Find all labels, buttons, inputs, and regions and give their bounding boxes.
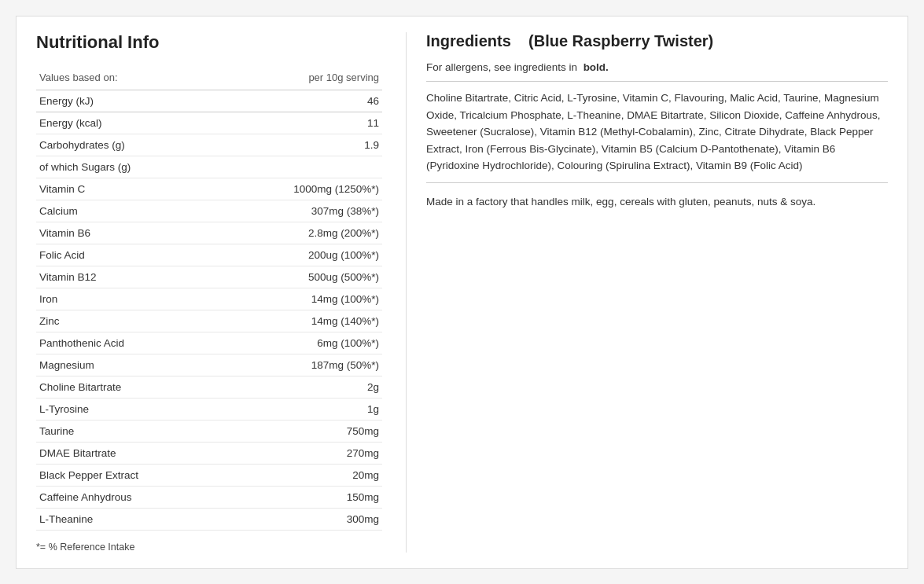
table-row: Energy (kJ)46 (36, 90, 382, 112)
row-label: Energy (kJ) (36, 90, 221, 112)
table-row: L-Theanine300mg (36, 509, 382, 531)
table-row: Zinc14mg (140%*) (36, 310, 382, 332)
ingredients-panel: Ingredients (Blue Raspberry Twister) For… (406, 32, 888, 553)
table-row: Carbohydrates (g)1.9 (36, 134, 382, 156)
row-value: 2g (221, 376, 382, 399)
row-label: Carbohydrates (g) (36, 134, 221, 156)
row-value: 1000mg (1250%*) (221, 178, 382, 200)
row-value: 150mg (221, 487, 382, 509)
table-row: Choline Bitartrate2g (36, 376, 382, 399)
row-value: 14mg (100%*) (221, 288, 382, 310)
factory-note: Made in a factory that handles milk, egg… (426, 194, 888, 210)
row-label: Panthothenic Acid (36, 332, 221, 354)
row-value: 1.9 (221, 134, 382, 156)
row-value: 200ug (100%*) (221, 244, 382, 266)
table-row: Calcium307mg (38%*) (36, 200, 382, 222)
row-label: Calcium (36, 200, 221, 222)
footnote: *= % Reference Intake (36, 542, 382, 553)
allergen-bold: bold. (583, 61, 609, 73)
row-label: Zinc (36, 310, 221, 332)
row-label: Caffeine Anhydrous (36, 487, 221, 509)
nutrition-header-row: Values based on: per 10g serving (36, 67, 382, 90)
row-label: Vitamin B12 (36, 266, 221, 288)
table-row: L-Tyrosine1g (36, 399, 382, 421)
table-row: of which Sugars (g) (36, 156, 382, 178)
table-row: Magnesium187mg (50%*) (36, 354, 382, 376)
row-value: 11 (221, 112, 382, 134)
allergen-note: For allergens, see ingredients in bold. (426, 61, 888, 73)
table-row: Folic Acid200ug (100%*) (36, 244, 382, 266)
table-row: Panthothenic Acid6mg (100%*) (36, 332, 382, 354)
table-row: Black Pepper Extract20mg (36, 465, 382, 487)
ingredients-title: Ingredients (Blue Raspberry Twister) (426, 32, 888, 50)
values-based-label: Values based on: (36, 67, 221, 90)
nutritional-title: Nutritional Info (36, 32, 382, 53)
serving-label: per 10g serving (221, 67, 382, 90)
table-row: Vitamin B62.8mg (200%*) (36, 222, 382, 244)
table-row: Vitamin C1000mg (1250%*) (36, 178, 382, 200)
row-value: 750mg (221, 421, 382, 443)
table-row: Energy (kcal)11 (36, 112, 382, 134)
row-label: L-Theanine (36, 509, 221, 531)
row-value: 6mg (100%*) (221, 332, 382, 354)
row-label: L-Tyrosine (36, 399, 221, 421)
row-label: Vitamin C (36, 178, 221, 200)
row-label: Taurine (36, 421, 221, 443)
ingredients-text: Choline Bitartrate, Citric Acid, L-Tyros… (426, 81, 888, 183)
row-value: 300mg (221, 509, 382, 531)
row-value: 500ug (500%*) (221, 266, 382, 288)
row-value: 270mg (221, 443, 382, 465)
row-label: Energy (kcal) (36, 112, 221, 134)
row-value: 307mg (38%*) (221, 200, 382, 222)
nutritional-panel: Nutritional Info Values based on: per 10… (36, 32, 382, 553)
row-value: 46 (221, 90, 382, 112)
row-label: Iron (36, 288, 221, 310)
row-label: Magnesium (36, 354, 221, 376)
table-row: DMAE Bitartrate270mg (36, 443, 382, 465)
table-row: Vitamin B12500ug (500%*) (36, 266, 382, 288)
row-value: 2.8mg (200%*) (221, 222, 382, 244)
table-row: Iron14mg (100%*) (36, 288, 382, 310)
row-label: Folic Acid (36, 244, 221, 266)
row-value (221, 156, 382, 178)
row-label: Vitamin B6 (36, 222, 221, 244)
nutrition-table: Values based on: per 10g serving Energy … (36, 67, 382, 531)
table-row: Taurine750mg (36, 421, 382, 443)
row-label: Choline Bitartrate (36, 376, 221, 399)
row-value: 187mg (50%*) (221, 354, 382, 376)
main-container: Nutritional Info Values based on: per 10… (16, 16, 908, 569)
row-value: 14mg (140%*) (221, 310, 382, 332)
table-row: Caffeine Anhydrous150mg (36, 487, 382, 509)
row-label: of which Sugars (g) (36, 156, 221, 178)
row-label: DMAE Bitartrate (36, 443, 221, 465)
row-label: Black Pepper Extract (36, 465, 221, 487)
row-value: 20mg (221, 465, 382, 487)
row-value: 1g (221, 399, 382, 421)
